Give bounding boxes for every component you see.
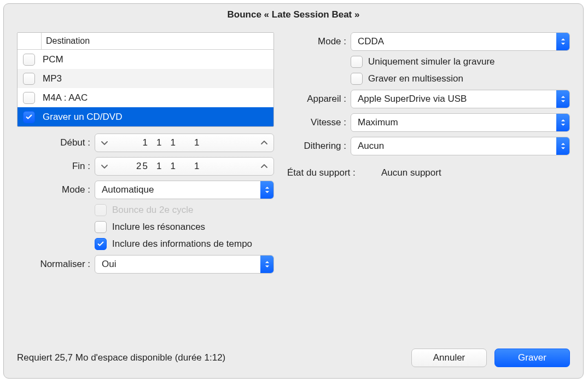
updown-icon bbox=[556, 90, 569, 108]
opt-tails-row[interactable]: Inclure les résonances bbox=[95, 221, 274, 233]
start-stepper[interactable]: 1 1 1 1 bbox=[95, 134, 274, 152]
media-status-label: État du support : bbox=[287, 167, 378, 178]
start-label: Début : bbox=[17, 137, 90, 148]
dither-label: Dithering : bbox=[287, 141, 346, 152]
mode-right-value: CDDA bbox=[351, 36, 384, 47]
opt-simulate-checkbox[interactable] bbox=[351, 56, 363, 68]
normalize-select[interactable]: Oui bbox=[95, 255, 274, 274]
destination-label: PCM bbox=[43, 54, 63, 65]
destination-checkbox-burn[interactable] bbox=[23, 111, 35, 123]
destination-header: Destination bbox=[18, 33, 273, 50]
mode-left-select[interactable]: Automatique bbox=[95, 181, 274, 199]
chevron-up-icon[interactable] bbox=[255, 158, 273, 175]
media-status: État du support : Aucun support bbox=[287, 167, 570, 178]
end-value[interactable]: 25 1 1 1 bbox=[114, 161, 255, 172]
opt-tempo-row[interactable]: Inclure des informations de tempo bbox=[95, 238, 274, 250]
normalize-value: Oui bbox=[95, 259, 116, 270]
mode-left-value: Automatique bbox=[95, 184, 154, 195]
mode-right-label: Mode : bbox=[287, 36, 346, 47]
dither-value: Aucun bbox=[351, 141, 384, 152]
updown-icon bbox=[556, 33, 569, 50]
opt-cycle-label: Bounce du 2e cycle bbox=[112, 205, 193, 216]
destination-label: Graver un CD/DVD bbox=[43, 112, 122, 123]
opt-multisession-checkbox[interactable] bbox=[351, 73, 363, 85]
opt-tempo-label: Inclure des informations de tempo bbox=[112, 239, 252, 249]
end-stepper[interactable]: 25 1 1 1 bbox=[95, 157, 274, 176]
destination-checkbox-m4a[interactable] bbox=[23, 92, 35, 104]
chevron-up-icon[interactable] bbox=[255, 134, 273, 152]
media-status-value: Aucun support bbox=[381, 167, 441, 178]
opt-multisession-label: Graver en multisession bbox=[368, 73, 463, 84]
mode-right-select[interactable]: CDDA bbox=[351, 32, 570, 51]
chevron-down-icon[interactable] bbox=[95, 158, 114, 175]
mode-left-label: Mode : bbox=[17, 184, 90, 195]
destination-table: Destination PCM MP3 M4A : AAC Graver un … bbox=[17, 32, 274, 127]
destination-row-mp3[interactable]: MP3 bbox=[18, 69, 273, 88]
dither-select[interactable]: Aucun bbox=[351, 137, 570, 155]
speed-value: Maximum bbox=[351, 117, 398, 128]
opt-multisession-row[interactable]: Graver en multisession bbox=[351, 73, 570, 85]
normalize-label: Normaliser : bbox=[17, 259, 90, 270]
opt-tails-checkbox[interactable] bbox=[95, 221, 107, 233]
destination-row-burn[interactable]: Graver un CD/DVD bbox=[18, 107, 273, 126]
destination-label: M4A : AAC bbox=[43, 92, 88, 103]
device-value: Apple SuperDrive via USB bbox=[351, 94, 467, 105]
destination-label: MP3 bbox=[43, 73, 62, 84]
requires-text: Requiert 25,7 Mo d'espace disponible (du… bbox=[17, 352, 225, 363]
updown-icon bbox=[556, 137, 569, 155]
destination-checkbox-mp3[interactable] bbox=[23, 73, 35, 85]
destination-row-m4a[interactable]: M4A : AAC bbox=[18, 88, 273, 107]
end-label: Fin : bbox=[17, 161, 90, 172]
speed-select[interactable]: Maximum bbox=[351, 113, 570, 132]
chevron-down-icon[interactable] bbox=[95, 134, 114, 152]
burn-button[interactable]: Graver bbox=[494, 349, 570, 367]
updown-icon bbox=[260, 181, 273, 199]
updown-icon bbox=[556, 114, 569, 131]
device-label: Appareil : bbox=[287, 94, 346, 105]
start-value[interactable]: 1 1 1 1 bbox=[114, 137, 255, 148]
opt-tails-label: Inclure les résonances bbox=[112, 222, 205, 233]
device-select[interactable]: Apple SuperDrive via USB bbox=[351, 90, 570, 108]
window-title: Bounce « Late Session Beat » bbox=[4, 4, 583, 32]
speed-label: Vitesse : bbox=[287, 117, 346, 128]
updown-icon bbox=[260, 256, 273, 273]
opt-simulate-label: Uniquement simuler la gravure bbox=[368, 56, 495, 67]
opt-simulate-row[interactable]: Uniquement simuler la gravure bbox=[351, 56, 570, 68]
opt-tempo-checkbox[interactable] bbox=[95, 238, 107, 250]
bounce-dialog: Bounce « Late Session Beat » Destination… bbox=[3, 3, 584, 379]
opt-cycle-row: Bounce du 2e cycle bbox=[95, 204, 274, 216]
destination-row-pcm[interactable]: PCM bbox=[18, 50, 273, 69]
opt-cycle-checkbox bbox=[95, 204, 107, 216]
cancel-button[interactable]: Annuler bbox=[411, 349, 487, 367]
destination-checkbox-pcm[interactable] bbox=[23, 54, 35, 66]
destination-header-label: Destination bbox=[42, 36, 90, 46]
